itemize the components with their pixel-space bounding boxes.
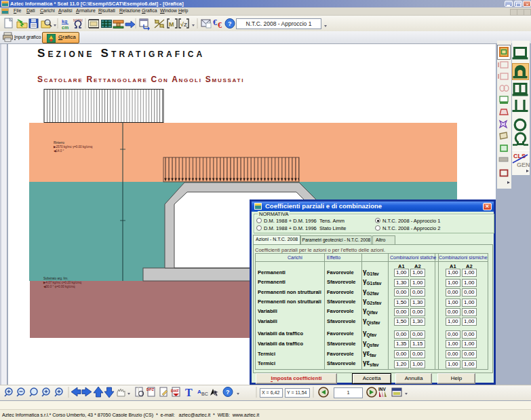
svg-text:◀30.0 ° φ=0.00 kg/cmq: ◀30.0 ° φ=0.00 kg/cmq [43,285,75,288]
svg-text:€: € [218,20,222,30]
svg-text:CLS: CLS [513,153,526,159]
svg-text:?: ? [228,20,232,27]
svg-text:M: M [169,21,174,28]
svg-text:INV: INV [378,387,387,392]
svg-text:DXF: DXF [171,389,179,393]
svg-text:?: ? [226,389,230,396]
svg-text:Scatolare Rettangolare Con Ang: Scatolare Rettangolare Con Angoli Smussa… [37,75,244,84]
svg-text:DPZ: DPZ [146,387,155,392]
svg-text:Substrato arg. lim.: Substrato arg. lim. [43,277,68,280]
svg-text:◀14.0 °: ◀14.0 ° [54,149,64,153]
svg-text:GEN: GEN [517,161,530,168]
svg-text:Z: Z [184,22,187,28]
svg-text:▶2570 kg/mc γ=0.00 kg/cmq: ▶2570 kg/mc γ=0.00 kg/cmq [54,145,93,149]
svg-text:Rinterro: Rinterro [54,141,65,145]
svg-text:€: € [213,18,217,27]
svg-text:T: T [185,387,193,398]
svg-text:Sezione Stratigrafica: Sezione Stratigrafica [37,47,205,60]
svg-text:cm: cm [62,25,68,30]
svg-text:▶4.07 kg/mc c=0.20 kg/cmq: ▶4.07 kg/mc c=0.20 kg/cmq [43,281,82,284]
svg-text:BC: BC [201,392,208,396]
svg-text:kg: kg [62,19,67,24]
